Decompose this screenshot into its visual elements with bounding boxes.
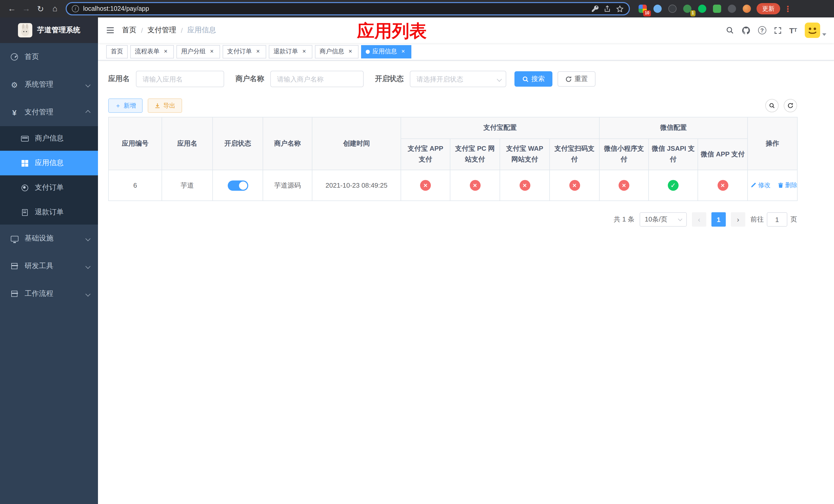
page-unit-label: 页 (790, 215, 797, 224)
address-bar[interactable]: i localhost:1024/pay/app (66, 2, 630, 15)
sidebar-item-home[interactable]: 首页 (0, 43, 98, 71)
breadcrumb-current: 应用信息 (188, 26, 216, 35)
dashboard-icon (10, 53, 19, 61)
alipay-app-status-icon: × (420, 180, 431, 191)
merchant-name-label: 商户名称 (236, 74, 264, 84)
info-icon[interactable]: i (72, 5, 79, 12)
breadcrumb: 首页 / 支付管理 / 应用信息 (122, 26, 216, 35)
user-menu[interactable] (805, 23, 826, 38)
col-alipay-wap: 支付宝 WAP 网站支付 (500, 139, 550, 170)
app-name-input[interactable] (136, 71, 224, 87)
extension-wechat-icon[interactable] (696, 2, 708, 15)
delete-button[interactable]: 删除 (777, 181, 797, 190)
close-icon[interactable]: × (208, 48, 215, 55)
add-button[interactable]: ＋ 新增 (108, 98, 142, 113)
close-icon[interactable]: × (347, 48, 354, 55)
goto-page-input[interactable] (767, 212, 787, 227)
browser-update-button[interactable]: 更新 (756, 3, 780, 14)
close-icon[interactable]: × (162, 48, 169, 55)
status-select[interactable] (410, 71, 506, 87)
download-icon (154, 102, 160, 109)
search-icon[interactable] (725, 26, 734, 35)
github-icon[interactable] (741, 26, 750, 35)
navbar-actions: ? TT (725, 23, 826, 38)
next-page-button[interactable]: › (731, 212, 745, 227)
close-icon[interactable]: × (301, 48, 308, 55)
page-size-select[interactable]: 10条/页 (640, 212, 687, 227)
extension-drop-icon[interactable] (651, 2, 664, 15)
question-icon[interactable]: ? (758, 26, 766, 35)
col-alipay-qr: 支付宝扫码支付 (550, 139, 599, 170)
screen: ← → ↻ ⌂ i localhost:1024/pay/app 10 (0, 0, 834, 504)
tag-pay-orders[interactable]: 支付订单× (223, 45, 266, 58)
extension-pin-icon[interactable] (725, 2, 738, 15)
toggle-search-button[interactable] (765, 99, 778, 112)
sidebar-item-merchant-info[interactable]: 商户信息 (0, 126, 98, 151)
bookmark-star-icon[interactable] (616, 5, 624, 13)
breadcrumb-home[interactable]: 首页 (122, 26, 136, 35)
chevron-down-icon (85, 264, 90, 269)
extension-notes-icon[interactable] (710, 2, 723, 15)
app-logo[interactable]: 芋道管理系统 (0, 18, 98, 43)
extensions-area: 10 1 (636, 2, 753, 15)
prev-page-button[interactable]: ‹ (692, 212, 706, 227)
monitor-icon (10, 235, 19, 241)
payment-submenu: 商户信息 应用信息 支付订单 退款订单 (0, 126, 98, 225)
table-row: 6 芋道 芋道源码 2021-10-23 08:49:25 × × × × × … (109, 170, 797, 201)
fullscreen-icon[interactable] (774, 26, 782, 34)
profile-avatar-icon[interactable] (740, 2, 753, 15)
col-created: 创建时间 (312, 117, 401, 170)
home-icon[interactable]: ⌂ (48, 2, 62, 15)
tag-process-form[interactable]: 流程表单× (130, 45, 174, 58)
trash-icon (777, 182, 784, 188)
sidebar-item-workflow[interactable]: 工作流程 (0, 280, 98, 307)
export-button[interactable]: 导出 (148, 98, 182, 113)
current-page-button[interactable]: 1 (711, 212, 726, 227)
sidebar-item-dev-tools[interactable]: 研发工具 (0, 252, 98, 280)
sidebar-item-infrastructure[interactable]: 基础设施 (0, 225, 98, 252)
alipay-wap-status-icon: × (519, 180, 530, 191)
close-icon[interactable]: × (399, 48, 407, 55)
key-icon[interactable] (591, 5, 598, 12)
tag-user-group[interactable]: 用户分组× (176, 45, 220, 58)
share-icon[interactable] (604, 5, 611, 12)
edit-button[interactable]: 修改 (750, 181, 770, 190)
sidebar-item-system[interactable]: ⚙ 系统管理 (0, 71, 98, 98)
main-area: 应用列表 首页 / 支付管理 / 应用信息 (98, 18, 834, 504)
chevron-down-icon (678, 217, 682, 221)
merchant-name-input[interactable] (270, 71, 364, 87)
wechat-mini-status-icon: × (619, 180, 629, 191)
sidebar-item-payment[interactable]: ¥ 支付管理 (0, 98, 98, 126)
forward-icon[interactable]: → (20, 2, 33, 15)
hamburger-icon[interactable] (106, 26, 115, 35)
avatar (805, 23, 820, 38)
browser-menu-icon[interactable]: ⋮ (784, 4, 792, 14)
extension-grid-icon[interactable]: 10 (636, 2, 649, 15)
url-text[interactable]: localhost:1024/pay/app (83, 5, 587, 12)
reset-button[interactable]: 重置 (557, 71, 595, 87)
sidebar-item-pay-orders[interactable]: 支付订单 (0, 175, 98, 200)
sidebar-item-app-info[interactable]: 应用信息 (0, 151, 98, 175)
tag-home[interactable]: 首页 (106, 45, 128, 58)
extension-green-badge-icon[interactable]: 1 (681, 2, 694, 15)
reload-icon[interactable]: ↻ (34, 2, 47, 15)
refresh-table-button[interactable] (784, 99, 797, 112)
tag-merchant-info[interactable]: 商户信息× (315, 45, 358, 58)
search-button[interactable]: 搜索 (514, 71, 552, 87)
col-group-alipay: 支付宝配置 (401, 117, 599, 139)
breadcrumb-payment[interactable]: 支付管理 (148, 26, 176, 35)
extension-dark-icon[interactable] (666, 2, 679, 15)
pagination: 共 1 条 10条/页 ‹ 1 › 前往 页 (108, 212, 797, 227)
cell-created: 2021-10-23 08:49:25 (312, 170, 401, 201)
sidebar: 芋道管理系统 首页 ⚙ 系统管理 ¥ 支付管理 (0, 18, 98, 504)
back-icon[interactable]: ← (5, 2, 19, 15)
apps-table: 应用编号 应用名 开启状态 商户名称 创建时间 支付宝配置 微信配置 操作 支付… (108, 117, 797, 201)
status-toggle[interactable] (227, 180, 248, 190)
col-merchant: 商户名称 (263, 117, 312, 170)
font-size-icon[interactable]: TT (789, 26, 797, 34)
refresh-icon (565, 76, 572, 82)
tag-app-info[interactable]: 应用信息× (361, 45, 411, 58)
close-icon[interactable]: × (255, 48, 262, 55)
tag-refund-orders[interactable]: 退款订单× (269, 45, 312, 58)
sidebar-item-refund-orders[interactable]: 退款订单 (0, 200, 98, 225)
